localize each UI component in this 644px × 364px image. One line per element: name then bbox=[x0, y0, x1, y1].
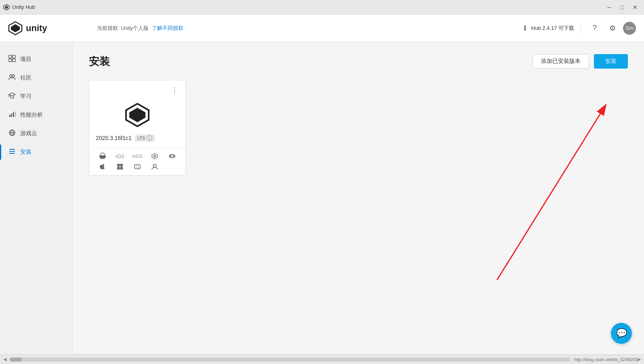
windows-platform-icon bbox=[113, 163, 127, 170]
sidebar-item-label: 安装 bbox=[20, 149, 32, 156]
lts-badge: LTS i bbox=[135, 134, 155, 142]
version-text: 2020.3.16f1c1 bbox=[96, 135, 132, 141]
content-header: 安装 添加已安装版本 安装 bbox=[89, 54, 628, 69]
svg-rect-11 bbox=[11, 113, 13, 117]
apple-platform-icon bbox=[96, 163, 110, 170]
svg-rect-13 bbox=[15, 111, 16, 117]
card-version: 2020.3.16f1c1 LTS i bbox=[89, 134, 185, 147]
svg-rect-22 bbox=[99, 155, 100, 157]
projects-icon bbox=[8, 55, 16, 64]
title-bar-controls: ─ □ ✕ bbox=[604, 2, 641, 12]
title-bar-left: Unity Hub bbox=[3, 4, 35, 10]
sidebar-item-projects[interactable]: 项目 bbox=[0, 50, 72, 69]
chat-bubble[interactable]: 💬 bbox=[611, 323, 632, 344]
hub-update-notice: ⬇ Hub 2.4.17 可下载 bbox=[522, 24, 581, 33]
svg-point-28 bbox=[103, 155, 104, 155]
svg-rect-24 bbox=[100, 155, 105, 159]
card-platforms: iOS tvOS bbox=[89, 148, 185, 175]
svg-rect-6 bbox=[9, 59, 12, 62]
svg-rect-7 bbox=[13, 59, 15, 62]
chat-icon: 💬 bbox=[616, 328, 627, 339]
annotation-arrow bbox=[315, 82, 638, 324]
svg-point-33 bbox=[173, 155, 174, 157]
bottom-bar: ◀ http://blog.csdn.net/hb_0249201 ▶ bbox=[0, 354, 644, 364]
hub-update-text: Hub 2.4.17 可下载 bbox=[531, 25, 574, 32]
lts-label: LTS bbox=[137, 136, 145, 140]
card-header: ⋮ bbox=[89, 80, 185, 96]
svg-point-32 bbox=[170, 155, 171, 157]
svg-rect-38 bbox=[135, 165, 140, 169]
sidebar-item-install[interactable]: 安装 bbox=[0, 143, 72, 161]
sidebar-item-label: 社区 bbox=[20, 74, 32, 82]
license-label: 当前授权: Unity个人版 bbox=[97, 25, 149, 32]
sidebar-item-gamecloud[interactable]: 游戏云 bbox=[0, 124, 72, 143]
steamvr-platform-icon bbox=[147, 153, 162, 160]
sidebar-item-performance[interactable]: 性能分析 bbox=[0, 106, 72, 124]
install-icon bbox=[8, 148, 16, 157]
user-initials: Sm bbox=[625, 25, 633, 31]
svg-rect-34 bbox=[117, 164, 120, 167]
card-logo bbox=[89, 96, 185, 134]
close-button[interactable]: ✕ bbox=[629, 2, 641, 12]
add-installed-button[interactable]: 添加已安装版本 bbox=[532, 54, 589, 69]
svg-marker-1 bbox=[5, 6, 8, 9]
unity-logo-icon bbox=[8, 21, 23, 36]
minimize-button[interactable]: ─ bbox=[604, 2, 615, 12]
svg-rect-35 bbox=[120, 164, 123, 167]
title-bar: Unity Hub ─ □ ✕ bbox=[0, 0, 644, 15]
app-icon bbox=[3, 4, 10, 10]
svg-rect-5 bbox=[13, 55, 15, 58]
header-icons: ? ⚙ Sm bbox=[587, 21, 636, 36]
unity-diamond-logo bbox=[124, 102, 150, 128]
help-icon: ? bbox=[593, 24, 597, 32]
maximize-button[interactable]: □ bbox=[617, 2, 628, 12]
character-platform-icon bbox=[147, 163, 162, 170]
svg-marker-30 bbox=[153, 155, 156, 158]
svg-rect-23 bbox=[105, 155, 106, 157]
sidebar-item-label: 项目 bbox=[20, 56, 32, 63]
sidebar-item-community[interactable]: 社区 bbox=[0, 69, 72, 87]
content-actions: 添加已安装版本 安装 bbox=[532, 54, 628, 69]
svg-point-9 bbox=[12, 75, 15, 77]
cloud-download-icon: ⬇ bbox=[522, 24, 528, 33]
svg-rect-12 bbox=[13, 112, 14, 117]
title-text: Unity Hub bbox=[12, 4, 35, 10]
gamecloud-icon bbox=[8, 129, 16, 138]
sidebar-item-label: 学习 bbox=[20, 93, 32, 100]
install-button[interactable]: 安装 bbox=[594, 54, 628, 69]
svg-point-41 bbox=[155, 165, 156, 166]
sidebar-item-label: 游戏云 bbox=[20, 130, 37, 137]
header-right: ⬇ Hub 2.4.17 可下载 ? ⚙ Sm bbox=[522, 21, 636, 36]
content-area: 安装 添加已安装版本 安装 ⋮ 2020.3.16f1c1 LTS bbox=[73, 42, 644, 354]
svg-point-40 bbox=[154, 165, 154, 166]
settings-button[interactable]: ⚙ bbox=[605, 21, 620, 36]
install-card: ⋮ 2020.3.16f1c1 LTS i bbox=[89, 80, 186, 176]
svg-rect-4 bbox=[9, 55, 12, 58]
help-button[interactable]: ? bbox=[587, 21, 602, 36]
svg-point-8 bbox=[10, 75, 12, 77]
sidebar-item-learn[interactable]: 学习 bbox=[0, 87, 72, 106]
user-avatar[interactable]: Sm bbox=[623, 22, 636, 35]
gear-icon: ⚙ bbox=[609, 24, 616, 33]
scrollbar-thumb bbox=[10, 358, 22, 362]
sidebar-item-label: 性能分析 bbox=[20, 111, 43, 119]
logo-text: unity bbox=[26, 23, 47, 33]
svg-rect-36 bbox=[117, 167, 120, 170]
android-platform-icon bbox=[96, 153, 110, 160]
lts-info-icon[interactable]: i bbox=[147, 135, 152, 141]
scrollbar-track[interactable] bbox=[10, 358, 571, 362]
performance-icon bbox=[8, 111, 16, 119]
ios-platform-icon: iOS bbox=[113, 153, 127, 159]
svg-line-43 bbox=[497, 105, 606, 280]
status-text: http://blog.csdn.net/hb_0249201 bbox=[574, 357, 638, 362]
card-menu-button[interactable]: ⋮ bbox=[168, 85, 181, 96]
svg-point-27 bbox=[102, 155, 103, 155]
svg-rect-10 bbox=[9, 115, 11, 117]
learn-icon bbox=[8, 92, 16, 101]
oculus-platform-icon bbox=[165, 153, 179, 160]
header-license: 当前授权: Unity个人版 了解不同授权 bbox=[73, 25, 522, 32]
header: unity 当前授权: Unity个人版 了解不同授权 ⬇ Hub 2.4.17… bbox=[0, 15, 644, 42]
license-link[interactable]: 了解不同授权 bbox=[152, 25, 183, 32]
svg-rect-37 bbox=[120, 167, 123, 170]
tvos-platform-icon: tvOS bbox=[130, 154, 145, 159]
